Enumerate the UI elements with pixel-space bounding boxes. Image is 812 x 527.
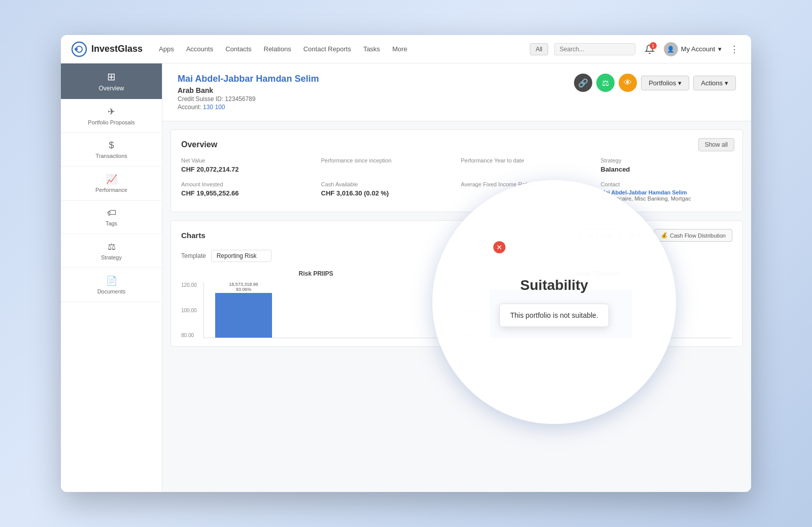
portfolios-label: Portfolios (649, 79, 676, 87)
risk-priips-y-100: 100.00 (181, 308, 197, 313)
suitability-message: This portfolio is not suitable. (510, 311, 598, 319)
main-content: Mai Abdel-Jabbar Hamdan Selim Arab Bank … (162, 63, 751, 492)
charts-tab-cashflow[interactable]: 💰 Cash Flow Distribution (654, 229, 732, 242)
bank-name: Arab Bank (178, 86, 319, 94)
risk-priips-chart: Risk PRIIPS 120.00 100.00 80.00 18,573 (181, 270, 451, 338)
all-filter-button[interactable]: All (530, 43, 548, 55)
template-select[interactable]: Reporting Risk (211, 250, 272, 262)
actions-button[interactable]: Actions ▾ (693, 76, 736, 90)
sidebar-overview-header[interactable]: ⊞ Overview (61, 63, 162, 99)
metric-net-value-label: Net Value (181, 157, 313, 163)
credit-id: Credit Suisse ID: 123456789 (178, 95, 319, 103)
eye-icon-button[interactable]: 👁 (619, 74, 637, 92)
nav-right: All 1 👤 My Account ▾ ⋮ (530, 41, 741, 57)
actions-label: Actions (701, 79, 723, 87)
documents-icon: 📄 (106, 275, 117, 286)
suitability-circle: Suitability ✕ This portfolio is not suit… (432, 180, 676, 424)
sidebar-item-documents[interactable]: 📄 Documents (61, 268, 162, 302)
risk-priips-y-120: 120.00 (181, 282, 197, 288)
nav-accounts[interactable]: Accounts (186, 45, 213, 53)
cashflow-tab-label: Cash Flow Distribution (670, 233, 726, 239)
account-number-row: Account: 130 100 (178, 104, 319, 111)
account-actions: 🔗 ⚖ 👁 Portfolios ▾ Actions ▾ (574, 74, 736, 92)
tags-label: Tags (106, 220, 117, 226)
portfolio-proposals-label: Portfolio Proposals (88, 119, 134, 125)
nav-links: Apps Accounts Contacts Relations Contact… (159, 45, 514, 53)
svg-point-2 (75, 48, 78, 51)
metric-contact-name: Mai Abdel-Jabbar Hamdan Selim (601, 189, 733, 195)
metric-cash-available-value: CHF 3,016.30 (0.02 %) (321, 189, 453, 197)
sidebar-item-portfolio-proposals[interactable]: ✈ Portfolio Proposals (61, 99, 162, 133)
top-nav: InvestGlass Apps Accounts Contacts Relat… (61, 35, 751, 63)
performance-icon: 📈 (106, 174, 117, 185)
metric-strategy-label: Strategy (601, 157, 733, 163)
metric-perf-inception-label: Performance since inception (321, 157, 453, 163)
app-name: InvestGlass (91, 44, 143, 54)
sidebar-item-strategy[interactable]: ⚖ Strategy (61, 234, 162, 268)
documents-label: Documents (97, 288, 126, 294)
metric-strategy: Strategy Balanced (601, 157, 733, 173)
account-chevron-icon: ▾ (718, 45, 722, 53)
metric-amount-invested-label: Amount Invested (181, 181, 313, 187)
tags-icon: 🏷 (107, 208, 116, 218)
metric-amount-invested: Amount Invested CHF 19,955,252.66 (181, 181, 313, 202)
overview-label: Overview (68, 85, 155, 92)
account-button[interactable]: 👤 My Account ▾ (664, 42, 722, 56)
cashflow-icon: 💰 (661, 232, 668, 239)
sidebar-item-transactions[interactable]: $ Transactions (61, 133, 162, 167)
sidebar: ⊞ Overview ✈ Portfolio Proposals $ Trans… (61, 63, 162, 492)
notification-badge: 1 (650, 42, 657, 49)
content-area: ⊞ Overview ✈ Portfolio Proposals $ Trans… (61, 63, 751, 492)
account-label: My Account (681, 45, 715, 53)
actions-chevron-icon: ▾ (725, 79, 728, 87)
nav-contact-reports[interactable]: Contact Reports (303, 45, 351, 53)
account-number-link[interactable]: 130 100 (203, 104, 225, 111)
sidebar-item-tags[interactable]: 🏷 Tags (61, 201, 162, 234)
metric-perf-ytd: Performance Year to date (461, 157, 593, 173)
account-label: Account: (178, 104, 201, 111)
suitability-title: Suitability (520, 277, 588, 293)
overview-title: Overview (181, 140, 732, 149)
metric-contact-label: Contact (601, 181, 733, 187)
account-info: Mai Abdel-Jabbar Hamdan Selim Arab Bank … (178, 74, 319, 111)
logo: InvestGlass (71, 41, 143, 57)
search-input[interactable] (554, 43, 635, 55)
avatar: 👤 (664, 42, 678, 56)
portfolios-chevron-icon: ▾ (678, 79, 682, 87)
svg-point-0 (72, 42, 86, 56)
metric-amount-invested-value: CHF 19,955,252.66 (181, 189, 313, 197)
account-name: Mai Abdel-Jabbar Hamdan Selim (178, 74, 319, 84)
notification-button[interactable]: 1 (641, 41, 658, 57)
account-header: Mai Abdel-Jabbar Hamdan Selim Arab Bank … (162, 63, 751, 121)
template-label: Template (181, 252, 206, 259)
close-icon: ✕ (496, 243, 502, 251)
nav-more[interactable]: More (392, 45, 408, 53)
performance-label: Performance (95, 187, 127, 193)
portfolio-proposals-icon: ✈ (108, 106, 115, 117)
overview-section: Overview Show all Net Value CHF 20,072,2… (171, 129, 743, 212)
charts-title: Charts (181, 231, 206, 240)
strategy-icon: ⚖ (108, 241, 116, 252)
nav-contacts[interactable]: Contacts (225, 45, 251, 53)
overview-icon: ⊞ (68, 71, 155, 83)
risk-priips-bar (215, 293, 272, 338)
risk-priips-bar-area: 18,573,318.96 93.06% (204, 282, 451, 338)
risk-priips-bar-wrapper: 18,573,318.96 93.06% (208, 282, 279, 338)
strategy-label: Strategy (101, 254, 122, 260)
risk-priips-y-80: 80.00 (181, 333, 197, 338)
suitability-popup: This portfolio is not suitable. (499, 304, 609, 327)
link-icon-button[interactable]: 🔗 (574, 74, 592, 92)
show-all-button[interactable]: Show all (698, 138, 734, 151)
metrics-grid: Net Value CHF 20,072,214.72 Performance … (181, 157, 732, 202)
portfolios-button[interactable]: Portfolios ▾ (641, 76, 689, 90)
metric-cash-available-label: Cash Available (321, 181, 453, 187)
nav-apps[interactable]: Apps (159, 45, 174, 53)
suitability-close-button[interactable]: ✕ (493, 241, 505, 253)
nav-relations[interactable]: Relations (264, 45, 291, 53)
nav-tasks[interactable]: Tasks (363, 45, 380, 53)
more-options-button[interactable]: ⋮ (728, 44, 741, 55)
risk-priips-title: Risk PRIIPS (181, 270, 451, 277)
sidebar-item-performance[interactable]: 📈 Performance (61, 167, 162, 201)
risk-priips-bar-value: 18,573,318.96 93.06% (229, 282, 258, 292)
balance-icon-button[interactable]: ⚖ (596, 74, 615, 92)
